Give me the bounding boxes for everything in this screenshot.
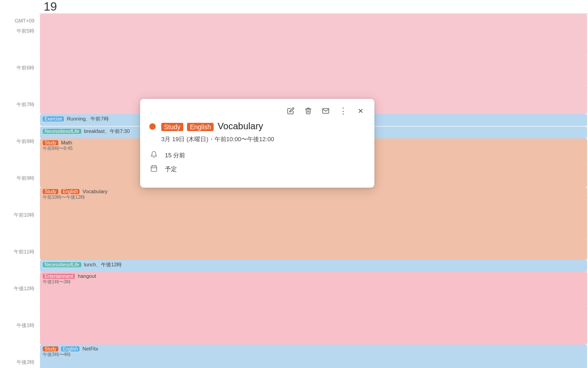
day-header: 19 [39, 0, 588, 14]
popup-close-button[interactable] [353, 104, 368, 118]
time-5am: 午前5時 [0, 28, 39, 64]
event-netflix-text: NetFlix [83, 346, 98, 351]
time-6am: 午前6時 [0, 64, 39, 101]
popup-date: 3月 19日 (木曜日)・午前10:00〜午後12:00 [161, 135, 365, 144]
popup-tag-study: Study [161, 123, 183, 131]
tag-study-math: Study [43, 140, 58, 145]
event-vocab-text: Vocabulary [83, 189, 107, 194]
event-study-english-netflix[interactable]: Study English NetFlix 午後3時〜4時 [40, 345, 587, 368]
time-8am: 午前8時 [0, 138, 39, 175]
popup-edit-button[interactable] [283, 104, 298, 118]
tag-english-netflix: English [61, 346, 80, 351]
popup-reminder-text: 15 分前 [165, 151, 185, 160]
event-netflix-time: 午後3時〜4時 [43, 351, 584, 358]
popup-color-dot [149, 123, 156, 130]
tag-entertainment: Entertainment [43, 274, 75, 279]
bell-icon [149, 151, 158, 160]
event-exercise-text: Running、午前7時 [67, 116, 108, 121]
event-math-text: Math [61, 140, 72, 145]
popup-category-row: 予定 [149, 165, 365, 174]
day-number: 19 [44, 0, 57, 14]
grid-body: Exercise Running、午前7時 NecessitiesofLife … [39, 14, 588, 368]
calendar-icon [149, 165, 158, 174]
popup-category-text: 予定 [165, 165, 177, 173]
tag-study-vocab: Study [43, 189, 58, 194]
timezone-text: GMT+09 [15, 18, 34, 23]
event-breakfast-text: breakfast、午前7:30 [84, 128, 130, 134]
popup-more-button[interactable]: ⋮ [336, 104, 351, 118]
event-study-english-vocab[interactable]: Study English Vocabulary 午前10時〜午後12時 [40, 187, 587, 260]
tag-exercise: Exercise [43, 116, 64, 121]
popup-delete-button[interactable] [301, 104, 316, 118]
tag-english-vocab: English [61, 189, 80, 194]
tag-necessities-lunch: NecessitiesofLife [43, 262, 81, 267]
popup-email-button[interactable] [318, 104, 333, 118]
time-noon: 午後12時 [0, 285, 39, 322]
timezone-label: GMT+09 [0, 14, 39, 28]
time-11am: 午前11時 [0, 248, 39, 285]
event-necessities-lunch[interactable]: NecessitiesofLife lunch、午後12時 [40, 260, 587, 272]
tag-necessities-breakfast: NecessitiesofLife [43, 129, 81, 134]
event-detail-popup[interactable]: ⋮ Study English Vocabulary 3月 19日 (木曜日)・ [140, 99, 374, 188]
popup-title-suffix: Vocabulary [218, 121, 263, 131]
popup-title-row: Study English Vocabulary [149, 121, 365, 132]
svg-rect-2 [151, 166, 157, 172]
event-vocab-time: 午前10時〜午後12時 [43, 194, 584, 201]
event-hangout-text: hangout [78, 273, 96, 279]
popup-title: Study English Vocabulary [161, 121, 263, 132]
time-column: GMT+09 午前5時 午前6時 午前7時 午前8時 午前9時 午前10時 午前… [0, 0, 39, 368]
event-hangout-time: 午後1時〜3時 [43, 279, 584, 285]
time-1pm: 午後1時 [0, 322, 39, 359]
popup-tag-english: English [187, 123, 214, 131]
more-dots-icon: ⋮ [339, 107, 347, 115]
time-2pm: 午後2時 [0, 359, 39, 368]
popup-body: Study English Vocabulary 3月 19日 (木曜日)・午前… [140, 121, 374, 188]
event-entertainment-hangout[interactable]: Entertainment hangout 午後1時〜3時 [40, 272, 587, 345]
time-7am: 午前7時 [0, 101, 39, 138]
tag-study-netflix: Study [43, 346, 58, 351]
time-10am: 午前10時 [0, 212, 39, 248]
time-9am: 午前9時 [0, 175, 39, 212]
event-lunch-text: lunch、午後12時 [84, 262, 122, 267]
popup-toolbar: ⋮ [140, 99, 374, 121]
popup-reminder-row: 15 分前 [149, 151, 365, 160]
